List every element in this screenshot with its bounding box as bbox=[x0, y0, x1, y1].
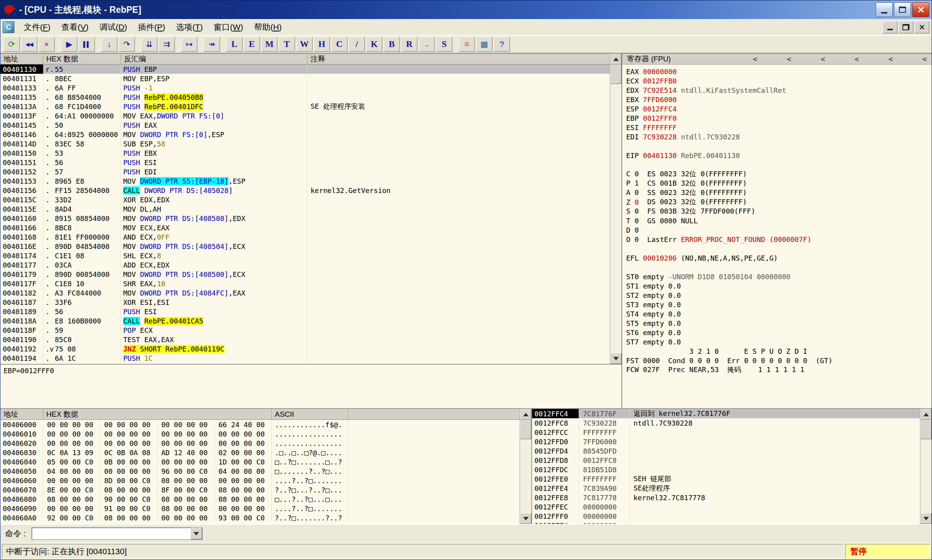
restart-button[interactable]: ⟳ bbox=[3, 37, 20, 52]
register-line[interactable]: EDX 7C92E514 ntdll.KiFastSystemCallRet bbox=[626, 85, 932, 95]
disasm-row[interactable]: 00401135.68 B8504000PUSH RebPE.004050B8 bbox=[0, 92, 610, 102]
scroll-up-icon[interactable] bbox=[520, 409, 531, 420]
disasm-row[interactable]: 0040113A.68 FC1D4000PUSH RebPE.00401DFCS… bbox=[0, 102, 610, 111]
register-line[interactable]: 3 2 1 0 E S P U O Z D I bbox=[626, 346, 932, 356]
menu-item-H[interactable]: 帮助(H) bbox=[249, 20, 287, 35]
register-line[interactable]: ECX 0012FFB0 bbox=[626, 76, 932, 85]
log-window-button[interactable]: L bbox=[226, 37, 243, 52]
disasm-row[interactable]: 0040115E.8AD4MOV DL,AH bbox=[0, 204, 610, 214]
register-line[interactable]: D 0 bbox=[626, 225, 932, 235]
register-line[interactable]: C 0 ES 0023 32位 0(FFFFFFFF) bbox=[626, 169, 932, 179]
stack-row[interactable]: 0012FFD80012FFC8 bbox=[532, 456, 920, 465]
scroll-track[interactable] bbox=[610, 84, 621, 353]
minimize-button[interactable] bbox=[876, 2, 893, 17]
disasm-row[interactable]: 00401130r.55PUSH EBP bbox=[0, 64, 610, 74]
disasm-row[interactable]: 00401150.53PUSH EBX bbox=[0, 148, 610, 158]
dump-row[interactable]: 0040608008 00 00 0090 00 00 C008 00 00 0… bbox=[0, 494, 520, 504]
register-line[interactable] bbox=[626, 160, 932, 169]
stack-row[interactable]: 0012FFE0FFFFFFFFSEH 链尾部 bbox=[532, 474, 920, 483]
disasm-row[interactable]: 00401179.890D 00854000MOV DWORD PTR DS:[… bbox=[0, 270, 610, 279]
appearance-button[interactable]: ▦ bbox=[476, 37, 492, 52]
stack-row[interactable]: 0012FFF400000000 bbox=[532, 521, 920, 524]
menu-item-V[interactable]: 查看(V) bbox=[56, 20, 94, 35]
dump-scrollbar[interactable] bbox=[520, 409, 531, 524]
scroll-up-icon[interactable] bbox=[920, 409, 932, 420]
dump-row[interactable]: 0040600000 00 00 0000 00 00 0000 00 00 0… bbox=[0, 420, 520, 429]
run-button[interactable]: ▶ bbox=[61, 37, 77, 52]
disasm-row[interactable]: 00401146.64:8925 0000000MOV DWORD PTR FS… bbox=[0, 130, 610, 139]
dump-row[interactable]: 0040604005 00 00 C00B 00 00 0000 00 00 0… bbox=[0, 457, 520, 466]
handles-window-button[interactable]: H bbox=[314, 37, 330, 52]
step-over-button[interactable]: ↷ bbox=[119, 37, 135, 52]
collapse-arrow-icon[interactable]: < bbox=[787, 55, 791, 63]
scroll-thumb[interactable] bbox=[520, 420, 531, 439]
step-back-button[interactable]: ◀◀ bbox=[21, 37, 37, 52]
command-input[interactable] bbox=[32, 528, 190, 539]
disasm-row[interactable]: 00401174.C1E1 08SHL ECX,8 bbox=[0, 251, 610, 260]
stack-row[interactable]: 0012FFF000000000 bbox=[532, 511, 920, 521]
disasm-row[interactable]: 00401166.8BC8MOV ECX,EAX bbox=[0, 223, 610, 232]
register-line[interactable]: ST5 empty 0.0 bbox=[626, 318, 932, 328]
register-line[interactable]: ST7 empty 0.0 bbox=[626, 337, 932, 346]
disasm-row[interactable]: 00401145.50PUSH EAX bbox=[0, 120, 610, 130]
disasm-row[interactable]: 00401133.6A FFPUSH -1 bbox=[0, 83, 610, 92]
close-button[interactable] bbox=[912, 2, 929, 17]
close-program-button[interactable]: × bbox=[38, 37, 55, 52]
disasm-row[interactable]: 00401194.6A 1CPUSH 1C bbox=[0, 353, 610, 363]
disasm-row[interactable]: 0040118A.E8 160B0000CALL RebPE.00401CA5 bbox=[0, 316, 610, 325]
register-line[interactable]: ST0 empty -UNORM D1D8 01050104 00000000 bbox=[626, 272, 932, 281]
collapse-arrow-icon[interactable]: < bbox=[888, 55, 893, 63]
register-line[interactable]: EAX 00000000 bbox=[626, 67, 932, 76]
disasm-row[interactable]: 00401182.A3 FC844000MOV DWORD PTR DS:[40… bbox=[0, 288, 610, 297]
register-line[interactable]: EBP 0012FFF0 bbox=[626, 113, 932, 123]
register-line[interactable]: EDI 7C930228 ntdll.7C930228 bbox=[626, 132, 932, 141]
disasm-row[interactable]: 00401153.8965 E8MOV DWORD PTR SS:[EBP-18… bbox=[0, 176, 610, 186]
menu-item-W[interactable]: 窗口(W) bbox=[208, 20, 249, 35]
disasm-row[interactable]: 00401192.v75 08JNZ SHORT RebPE.0040119C bbox=[0, 344, 610, 353]
disasm-row[interactable]: 0040116E.890D 04854000MOV DWORD PTR DS:[… bbox=[0, 242, 610, 251]
step-into-button[interactable]: ↓ bbox=[101, 37, 117, 52]
register-line[interactable] bbox=[626, 141, 932, 151]
exec-till-user-button[interactable]: ↠ bbox=[204, 37, 220, 52]
patches-window-button[interactable]: / bbox=[349, 37, 365, 52]
disasm-row[interactable]: 00401156.FF15 28504000CALL DWORD PTR DS:… bbox=[0, 186, 610, 195]
register-line[interactable]: O 0 LastErr ERROR_PROC_NOT_FOUND (000000… bbox=[626, 235, 932, 244]
scroll-thumb[interactable] bbox=[610, 64, 621, 84]
register-line[interactable] bbox=[626, 263, 932, 272]
call-stack-window-button[interactable]: K bbox=[366, 37, 382, 52]
disasm-row[interactable]: 0040114D.83EC 58SUB ESP,58 bbox=[0, 139, 610, 148]
stack-row[interactable]: 0012FFD07FFD6000 bbox=[532, 437, 920, 446]
collapse-arrow-icon[interactable]: < bbox=[923, 55, 927, 63]
scroll-down-icon[interactable] bbox=[520, 513, 531, 524]
stack-row[interactable]: 0012FFE47C839A90SE处理程序 bbox=[532, 483, 920, 493]
dump-row[interactable]: 004060A092 00 00 C008 00 00 0000 00 00 0… bbox=[0, 513, 520, 522]
register-line[interactable]: P 1 CS 001B 32位 0(FFFFFFFF) bbox=[626, 179, 932, 188]
dump-row[interactable]: 004060300C 0A 13 090C 0B 0A 08AD 12 40 0… bbox=[0, 448, 520, 457]
animate-into-button[interactable]: ⇊ bbox=[141, 37, 157, 52]
breakpoints-window-button[interactable]: B bbox=[384, 37, 400, 52]
register-line[interactable]: ST2 empty 0.0 bbox=[626, 290, 932, 300]
scroll-down-icon[interactable] bbox=[610, 353, 621, 364]
menu-item-D[interactable]: 调试(D) bbox=[94, 20, 133, 35]
maximize-button[interactable] bbox=[894, 2, 911, 17]
stack-row[interactable]: 0012FFCCFFFFFFFF bbox=[532, 428, 920, 437]
run-trace-window-button[interactable]: ... bbox=[419, 37, 435, 52]
register-line[interactable]: ST3 empty 0.0 bbox=[626, 300, 932, 309]
stack-row[interactable]: 0012FFEC00000000 bbox=[532, 502, 920, 511]
register-line[interactable]: ESP 0012FFC4 bbox=[626, 104, 932, 113]
stack-row[interactable]: 0012FFE87C817778kernel32.7C817778 bbox=[532, 493, 920, 502]
executables-window-button[interactable]: E bbox=[244, 37, 260, 52]
disasm-row[interactable]: 00401187.33F6XOR ESI,ESI bbox=[0, 297, 610, 307]
disasm-row[interactable]: 0040115C.33D2XOR EDX,EDX bbox=[0, 195, 610, 204]
disasm-scrollbar[interactable] bbox=[610, 54, 621, 364]
mdi-restore-button[interactable] bbox=[899, 21, 913, 33]
register-line[interactable]: Z 0 DS 0023 32位 0(FFFFFFFF) bbox=[626, 197, 932, 207]
disasm-row[interactable]: 0040118F.59POP ECX bbox=[0, 325, 610, 335]
disasm-row[interactable]: 00401151.56PUSH ESI bbox=[0, 158, 610, 167]
register-line[interactable]: ST6 empty 0.0 bbox=[626, 328, 932, 337]
register-line[interactable]: EFL 00010206 (NO,NB,NE,A,NS,PE,GE,G) bbox=[626, 253, 932, 263]
disasm-row[interactable]: 00401190.85C0TEST EAX,EAX bbox=[0, 335, 610, 344]
register-line[interactable]: ST4 empty 0.0 bbox=[626, 309, 932, 318]
register-line[interactable]: ESI FFFFFFFF bbox=[626, 123, 932, 132]
threads-window-button[interactable]: T bbox=[279, 37, 295, 52]
